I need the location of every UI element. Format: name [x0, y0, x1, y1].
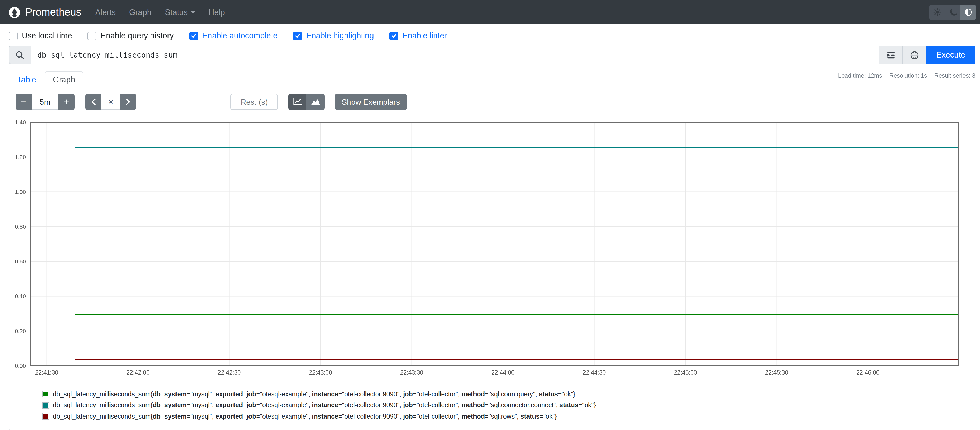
execute-button[interactable]: Execute	[926, 46, 975, 64]
tabs-row: Table Graph Load time: 12ms Resolution: …	[9, 72, 975, 88]
chart-canvas[interactable]: 0.000.200.400.600.801.001.201.4022:41:30…	[9, 114, 975, 377]
svg-text:22:42:00: 22:42:00	[126, 369, 150, 376]
svg-text:1.20: 1.20	[15, 154, 26, 160]
svg-text:0.00: 0.00	[15, 363, 26, 369]
shift-forward-button[interactable]	[120, 94, 136, 110]
resolution: Resolution: 1s	[889, 72, 927, 88]
load-time: Load time: 12ms	[838, 72, 882, 88]
checkbox-enable-linter[interactable]: Enable linter	[390, 31, 447, 40]
checkbox-enable-autocomplete[interactable]: Enable autocomplete	[189, 31, 277, 40]
stacked-chart-button[interactable]	[307, 94, 325, 110]
chevron-down-icon	[191, 11, 195, 13]
series-color-swatch	[43, 391, 49, 398]
checkbox-enable-query-history[interactable]: Enable query history	[88, 31, 174, 40]
end-time-group: ×	[86, 94, 136, 110]
series-selector-text: db_sql_latency_milliseconds_sum{db_syste…	[53, 402, 596, 409]
search-addon	[9, 46, 31, 64]
decrease-range-button[interactable]: −	[16, 94, 32, 110]
prometheus-brand[interactable]: Prometheus	[9, 6, 81, 18]
nav-item-alerts[interactable]: Alerts	[89, 8, 123, 17]
shift-back-button[interactable]	[86, 94, 102, 110]
checkbox-box[interactable]	[189, 31, 198, 40]
stacked-chart-icon	[311, 98, 320, 106]
checkbox-enable-highlighting[interactable]: Enable highlighting	[293, 31, 374, 40]
resolution-input[interactable]	[231, 94, 278, 110]
checkbox-box[interactable]	[293, 31, 302, 40]
legend-item[interactable]: db_sql_latency_milliseconds_sum{db_syste…	[43, 388, 975, 400]
query-expression-input[interactable]	[30, 46, 879, 64]
svg-text:1.00: 1.00	[15, 189, 26, 195]
time-series-chart[interactable]: 0.000.200.400.600.801.001.201.4022:41:30…	[9, 110, 975, 377]
chart-legend: db_sql_latency_milliseconds_sum{db_syste…	[9, 377, 975, 422]
check-icon	[191, 33, 197, 39]
series-color-swatch	[43, 402, 49, 409]
close-icon: ×	[108, 97, 113, 107]
legend-item[interactable]: db_sql_latency_milliseconds_sum{db_syste…	[43, 400, 975, 411]
svg-text:1.40: 1.40	[15, 119, 26, 126]
series-selector-text: db_sql_latency_milliseconds_sum{db_syste…	[53, 391, 576, 398]
chevron-left-icon	[91, 98, 96, 105]
navbar: Prometheus Alerts Graph Status Help	[0, 0, 980, 24]
search-icon	[16, 51, 24, 59]
svg-text:0.40: 0.40	[15, 293, 26, 299]
dark-theme-button[interactable]	[945, 5, 960, 20]
range-input[interactable]	[32, 94, 59, 110]
svg-text:22:45:30: 22:45:30	[765, 369, 789, 376]
nav-item-help[interactable]: Help	[202, 8, 232, 17]
query-stats: Load time: 12ms Resolution: 1s Result se…	[838, 72, 975, 88]
series-selector-text: db_sql_latency_milliseconds_sum{db_syste…	[53, 413, 557, 420]
chevron-right-icon	[126, 98, 130, 105]
range-group: − +	[16, 94, 75, 110]
svg-text:0.60: 0.60	[15, 258, 26, 265]
chart-type-toggle	[288, 94, 325, 110]
legend-item[interactable]: db_sql_latency_milliseconds_sum{db_syste…	[43, 411, 975, 422]
light-theme-button[interactable]	[929, 5, 945, 20]
checkbox-box[interactable]	[88, 31, 97, 40]
auto-theme-button[interactable]	[960, 5, 976, 20]
checkbox-box[interactable]	[9, 31, 18, 40]
sun-icon	[933, 8, 941, 16]
svg-text:22:43:00: 22:43:00	[309, 369, 332, 376]
globe-icon	[910, 51, 919, 59]
result-series: Result series: 3	[934, 72, 975, 88]
tab-graph[interactable]: Graph	[45, 72, 83, 88]
svg-text:22:46:00: 22:46:00	[856, 369, 880, 376]
svg-text:22:45:00: 22:45:00	[674, 369, 697, 376]
graph-controls: − + ×	[9, 88, 975, 110]
line-chart-button[interactable]	[288, 94, 307, 110]
checkbox-use-local-time[interactable]: Use local time	[9, 31, 72, 40]
clear-end-time-button[interactable]: ×	[102, 94, 120, 110]
circle-half-icon	[964, 8, 972, 16]
nav-item-graph[interactable]: Graph	[123, 8, 158, 17]
line-chart-icon	[293, 98, 302, 106]
graph-panel: − + ×	[9, 88, 975, 430]
moon-icon	[949, 8, 956, 16]
local-time-globe-button[interactable]	[902, 46, 927, 64]
check-icon	[294, 33, 301, 39]
metrics-explorer-icon	[886, 51, 896, 59]
svg-text:0.80: 0.80	[15, 224, 26, 230]
metrics-explorer-button[interactable]	[878, 46, 903, 64]
svg-text:22:41:30: 22:41:30	[35, 369, 59, 376]
prometheus-logo-icon	[9, 6, 20, 18]
checkbox-box[interactable]	[390, 31, 398, 40]
svg-text:0.20: 0.20	[15, 328, 26, 334]
svg-text:22:44:30: 22:44:30	[583, 369, 606, 376]
svg-text:22:44:00: 22:44:00	[491, 369, 515, 376]
increase-range-button[interactable]: +	[59, 94, 75, 110]
nav-item-status-dropdown[interactable]: Status	[158, 8, 202, 17]
show-exemplars-button[interactable]: Show Exemplars	[335, 94, 407, 110]
brand-title: Prometheus	[25, 6, 81, 18]
options-row: Use local time Enable query history Enab…	[0, 24, 980, 46]
check-icon	[391, 33, 397, 39]
theme-toggle-group	[929, 5, 976, 20]
svg-text:22:42:30: 22:42:30	[218, 369, 241, 376]
tab-table[interactable]: Table	[9, 72, 45, 88]
svg-text:22:43:30: 22:43:30	[400, 369, 423, 376]
series-color-swatch	[43, 413, 49, 420]
query-bar: Execute	[9, 46, 975, 64]
